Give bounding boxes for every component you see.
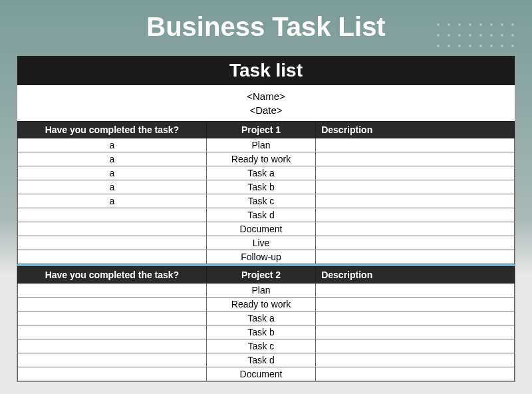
table-row: aPlan [18, 138, 515, 152]
cell-description[interactable] [316, 166, 515, 180]
cell-completed[interactable] [18, 297, 207, 311]
cell-description[interactable] [316, 180, 515, 194]
cell-completed[interactable] [18, 325, 207, 339]
cell-description[interactable] [316, 138, 515, 152]
col-completed-header: Have you completed the task? [18, 122, 207, 138]
cell-description[interactable] [316, 367, 515, 381]
cell-description[interactable] [316, 325, 515, 339]
cell-task[interactable]: Plan [206, 284, 315, 297]
cell-task[interactable]: Task d [206, 208, 315, 222]
table-row: Document [18, 222, 515, 236]
table-row: aTask a [18, 166, 515, 180]
cell-completed[interactable] [18, 284, 207, 297]
cell-task[interactable]: Document [206, 222, 315, 236]
cell-completed[interactable]: a [18, 138, 207, 152]
cell-description[interactable] [316, 222, 515, 236]
cell-description[interactable] [316, 236, 515, 250]
cell-completed[interactable]: a [18, 152, 207, 166]
table-row: aReady to work [18, 152, 515, 166]
sheet-title: Task list [17, 56, 515, 85]
cell-completed[interactable] [18, 236, 207, 250]
project-2-body: PlanReady to workTask aTask bTask cTask … [18, 284, 515, 381]
cell-completed[interactable] [18, 311, 207, 325]
cell-description[interactable] [316, 152, 515, 166]
col-description-header: Description [316, 122, 515, 138]
cell-description[interactable] [316, 250, 515, 264]
table-row: aTask c [18, 194, 515, 208]
col-description-header: Description [316, 267, 515, 284]
table-row: Document [18, 367, 515, 381]
cell-task[interactable]: Live [206, 236, 315, 250]
cell-task[interactable]: Task d [206, 353, 315, 367]
cell-completed[interactable] [18, 339, 207, 353]
cell-completed[interactable]: a [18, 166, 207, 180]
col-project-header: Project 2 [206, 267, 315, 284]
cell-completed[interactable]: a [18, 194, 207, 208]
sheet-meta: <Name> <Date> [17, 85, 515, 121]
cell-description[interactable] [316, 208, 515, 222]
cell-task[interactable]: Task a [206, 311, 315, 325]
cell-task[interactable]: Plan [206, 138, 315, 152]
cell-completed[interactable] [18, 367, 207, 381]
meta-date: <Date> [17, 103, 515, 117]
cell-description[interactable] [316, 311, 515, 325]
cell-description[interactable] [316, 297, 515, 311]
cell-description[interactable] [316, 194, 515, 208]
table-row: Ready to work [18, 297, 515, 311]
cell-task[interactable]: Follow-up [206, 250, 315, 264]
task-sheet: Task list <Name> <Date> Have you complet… [17, 55, 515, 382]
table-row: Follow-up [18, 250, 515, 264]
cell-description[interactable] [316, 353, 515, 367]
cell-description[interactable] [316, 284, 515, 297]
cell-completed[interactable] [18, 222, 207, 236]
cell-completed[interactable]: a [18, 180, 207, 194]
cell-task[interactable]: Task c [206, 194, 315, 208]
cell-task[interactable]: Task c [206, 339, 315, 353]
cell-description[interactable] [316, 339, 515, 353]
table-row: Task d [18, 208, 515, 222]
col-project-header: Project 1 [206, 122, 315, 138]
cell-task[interactable]: Document [206, 367, 315, 381]
project-table-1: Have you completed the task? Project 1 D… [17, 121, 515, 264]
cell-completed[interactable] [18, 208, 207, 222]
table-row: aTask b [18, 180, 515, 194]
cell-completed[interactable] [18, 250, 207, 264]
meta-name: <Name> [17, 89, 515, 103]
cell-task[interactable]: Task b [206, 325, 315, 339]
cell-completed[interactable] [18, 353, 207, 367]
project-1-body: aPlanaReady to workaTask aaTask baTask c… [18, 138, 515, 264]
table-row: Task a [18, 311, 515, 325]
cell-task[interactable]: Ready to work [206, 297, 315, 311]
table-row: Task b [18, 325, 515, 339]
project-table-2: Have you completed the task? Project 2 D… [17, 266, 515, 381]
table-row: Plan [18, 284, 515, 297]
table-row: Task c [18, 339, 515, 353]
cell-task[interactable]: Task a [206, 166, 315, 180]
cell-task[interactable]: Ready to work [206, 152, 315, 166]
decorative-dots [437, 23, 515, 49]
table-row: Live [18, 236, 515, 250]
col-completed-header: Have you completed the task? [18, 267, 207, 284]
table-row: Task d [18, 353, 515, 367]
cell-task[interactable]: Task b [206, 180, 315, 194]
